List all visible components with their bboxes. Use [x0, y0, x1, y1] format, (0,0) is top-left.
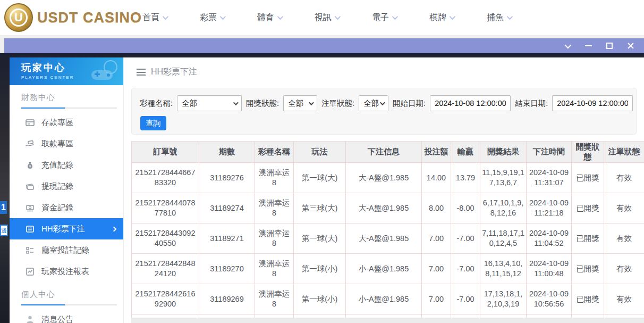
- select-value: 全部: [363, 98, 379, 109]
- sidebar-item-fund-record[interactable]: 資金記錄: [10, 197, 123, 218]
- maximize-icon: [606, 43, 613, 49]
- table-cell: 31189270: [199, 254, 255, 284]
- table-cell: 大-A盤@1.985: [346, 193, 422, 223]
- table-cell: 2024-10-09 10:56:56: [527, 284, 572, 314]
- sidebar: 玩家中心 PLAYERS CENTER 財務中心 存款專區 取款專區 ¥ 充值記…: [10, 57, 124, 323]
- table-cell: 澳洲幸运8: [255, 254, 294, 284]
- table-cell: 澳洲幸运8: [255, 284, 294, 314]
- sidebar-header: 玩家中心 PLAYERS CENTER: [10, 57, 123, 85]
- table-cell: 31189269: [199, 284, 255, 314]
- order-status-select[interactable]: 全部: [359, 95, 388, 111]
- sidebar-item-label: 充值記錄: [41, 160, 73, 170]
- table-cell: 已開獎: [572, 254, 604, 284]
- table-cell: -7.00: [451, 284, 480, 314]
- nav-menu: 首頁 彩票 體育 視訊 電子 棋牌 捕魚: [142, 0, 511, 35]
- bet-list-icon: [26, 225, 35, 234]
- table-cell: 2024-10-09 11:31:07: [527, 163, 572, 193]
- nav-item-slots[interactable]: 電子: [372, 12, 396, 23]
- chevron-down-icon: [277, 14, 283, 20]
- chevron-down-icon: [450, 14, 455, 20]
- window-minimize-button[interactable]: [581, 40, 595, 52]
- table-cell: 2152172844261692900: [132, 284, 199, 314]
- table-cell: 7,11,18,17,10,12,4,5: [480, 223, 527, 254]
- draw-status-label: 開獎狀態:: [246, 98, 279, 109]
- nav-item-home[interactable]: 首頁: [142, 12, 167, 23]
- start-date-input[interactable]: [430, 95, 511, 111]
- draw-status-select[interactable]: 全部: [283, 95, 317, 111]
- horizontal-scrollbar[interactable]: [131, 318, 644, 323]
- sidebar-item-hall-bet-record[interactable]: 廳室投註記錄: [10, 239, 123, 261]
- table-cell: 2024-10-09 11:00:48: [527, 254, 572, 284]
- column-header: 下注時間: [527, 142, 572, 163]
- page-title: HH彩票下注: [151, 67, 197, 78]
- nav-label: 體育: [257, 12, 274, 23]
- select-value: 全部: [182, 98, 197, 109]
- svg-text:¥: ¥: [29, 164, 31, 168]
- table-cell: 16,13,4,10,8,11,15,12: [480, 254, 527, 284]
- sidebar-item-withdraw[interactable]: 取款專區: [10, 133, 123, 154]
- logo-emblem-icon: U: [4, 3, 33, 32]
- bet-table: 訂單號期數彩種名稱玩法下注信息投注額輸贏開獎結果下注時間開獎狀態注單狀態2152…: [131, 141, 644, 318]
- table-cell: 小-A盤@1.985: [346, 254, 422, 284]
- table-cell: 2024-10-09 11:21:18: [527, 193, 572, 223]
- gamepad-icon: [87, 60, 119, 85]
- sidebar-item-label: HH彩票下注: [41, 224, 85, 234]
- table-cell: 6,17,10,1,9,8,12,16: [480, 193, 527, 223]
- nav-label: 視訊: [315, 12, 332, 23]
- nav-item-boardgames[interactable]: 棋牌: [429, 12, 454, 23]
- deposit-card-icon: [26, 118, 35, 127]
- table-cell: -8.00: [451, 193, 480, 223]
- column-header: 開獎狀態: [572, 142, 604, 163]
- sidebar-item-player-bet-report[interactable]: 玩家投注報表: [10, 261, 123, 282]
- nav-label: 電子: [372, 12, 389, 23]
- table-cell: 2152172844309240550: [132, 223, 199, 254]
- sidebar-item-withdrawal-record[interactable]: 提現記錄: [10, 176, 123, 197]
- chevron-down-icon: [380, 100, 385, 105]
- nav-label: 捕魚: [487, 12, 504, 23]
- end-date-input[interactable]: [552, 95, 633, 111]
- table-cell: 澳洲幸运8: [255, 193, 294, 223]
- banknotes-icon: [26, 203, 35, 212]
- cards-icon: [26, 182, 35, 191]
- chevron-down-icon: [564, 42, 571, 48]
- window-maximize-button[interactable]: [603, 40, 616, 52]
- lottery-name-select[interactable]: 全部: [177, 95, 242, 111]
- nav-label: 彩票: [200, 12, 217, 23]
- sidebar-item-deposit[interactable]: 存款專區: [10, 112, 123, 133]
- screen: U USDT CASINO 首頁 彩票 體育 視訊 電子 棋牌 捕魚 1 邊 玩…: [0, 0, 644, 323]
- nav-item-lottery[interactable]: 彩票: [200, 12, 224, 23]
- sidebar-item-announcements[interactable]: 消息公告: [10, 309, 123, 323]
- site-logo[interactable]: U USDT CASINO: [4, 2, 142, 33]
- chevron-down-icon: [507, 14, 513, 20]
- query-button[interactable]: 查詢: [140, 116, 166, 130]
- sidebar-menu: 存款專區 取款專區 ¥ 充值記錄 提現記錄 資金記錄 HH彩票下注: [10, 112, 123, 282]
- nav-item-sports[interactable]: 體育: [257, 12, 282, 23]
- sidebar-item-recharge-record[interactable]: ¥ 充值記錄: [10, 154, 123, 176]
- sidebar-item-label: 廳室投註記錄: [41, 245, 89, 255]
- column-header: 注單狀態: [604, 142, 644, 163]
- table-cell: 有效: [604, 163, 644, 193]
- table-cell: 2152172844284824120: [132, 254, 199, 284]
- chevron-down-icon: [220, 14, 226, 20]
- table-cell: 已開獎: [572, 193, 604, 223]
- nav-item-fishing[interactable]: 捕魚: [487, 12, 511, 23]
- main-content: HH彩票下注 彩種名稱: 全部 開獎狀態: 全部 注單狀態: 全部: [124, 57, 644, 323]
- sidebar-item-label: 消息公告: [41, 314, 73, 323]
- chevron-right-icon: [112, 226, 117, 231]
- table-cell: 7.00: [422, 223, 451, 254]
- window-collapse-button[interactable]: [560, 40, 574, 52]
- window-close-button[interactable]: [624, 40, 638, 52]
- hamburger-menu-icon[interactable]: [137, 69, 146, 76]
- column-header: 輸贏: [451, 142, 480, 163]
- nav-item-live[interactable]: 視訊: [315, 12, 339, 23]
- table-cell: 31189274: [199, 193, 255, 223]
- column-header: 彩種名稱: [255, 142, 294, 163]
- announcement-icon: [26, 315, 35, 323]
- table-cell: 7.00: [422, 254, 451, 284]
- column-header: 玩法: [294, 142, 346, 163]
- table-cell: 17,13,18,1,2,10,3,19: [480, 284, 527, 314]
- table-cell: 第一球(大): [294, 223, 346, 254]
- sidebar-item-hh-lottery-bets[interactable]: HH彩票下注: [10, 218, 123, 239]
- table-cell: 澳洲幸运8: [255, 223, 294, 254]
- hall-record-icon: [26, 246, 35, 255]
